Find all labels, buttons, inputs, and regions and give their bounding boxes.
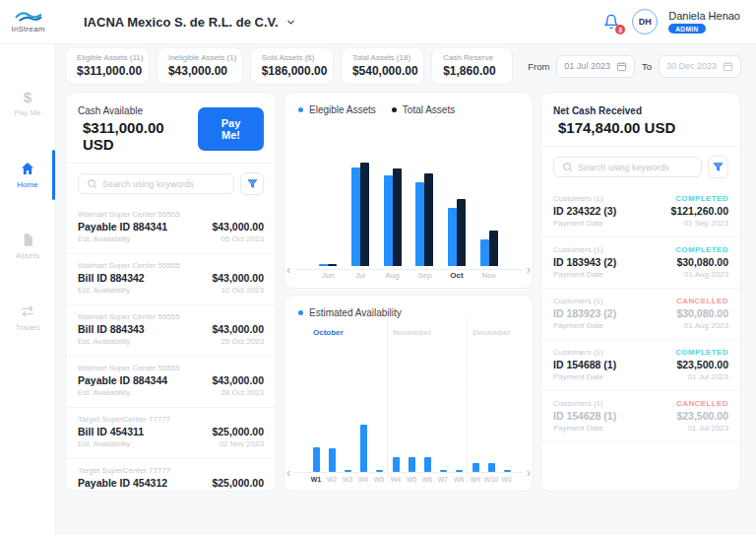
- receipt-list-item[interactable]: Customers (1)CANCELLEDID 183923 (2)$30,0…: [541, 289, 740, 340]
- receipt-main-row: ID 183923 (2)$30,080.00: [553, 307, 728, 319]
- stat-card-cash-reserve[interactable]: Cash Reserve $1,860.00: [431, 47, 513, 85]
- elegible-assets-bar[interactable]: [415, 182, 424, 266]
- payable-list-item[interactable]: Walmart Super Center 55555Payable ID 884…: [66, 203, 276, 254]
- receipt-list-item[interactable]: Customers (1)COMPLETEDID 183943 (2)$30,0…: [541, 237, 740, 289]
- week-bar-column: W9: [468, 463, 483, 483]
- availability-bar[interactable]: [424, 457, 431, 472]
- net-cash-value: $174,840.00 USD: [553, 119, 675, 136]
- sidebar-item-home[interactable]: Home: [0, 156, 55, 194]
- payment-date-label: Payment Date: [553, 321, 603, 330]
- elegible-assets-bar[interactable]: [448, 208, 457, 266]
- payable-id: Bill ID 884342: [78, 272, 145, 284]
- payables-search[interactable]: [78, 173, 234, 194]
- receipts-search-input[interactable]: [578, 163, 693, 172]
- document-icon: [21, 233, 35, 247]
- payable-id: Payable ID 884344: [78, 374, 167, 386]
- elegible-assets-bar[interactable]: [319, 264, 328, 266]
- filter-icon: [712, 161, 724, 173]
- payables-filter-button[interactable]: [240, 172, 264, 195]
- payables-search-input[interactable]: [102, 179, 225, 189]
- payable-main-row: Payable ID 884344$43,000.00: [78, 374, 264, 386]
- chart-next-button[interactable]: ›: [527, 466, 531, 479]
- payable-amount: $25,000.00: [212, 426, 264, 437]
- legend-total-assets[interactable]: Total Assets: [392, 104, 455, 115]
- availability-bar[interactable]: [313, 447, 320, 472]
- payment-date-label: Payment Date: [553, 424, 603, 433]
- elegible-assets-bar[interactable]: [384, 175, 393, 266]
- legend-estimated-availability[interactable]: Estimated Availability: [298, 307, 402, 318]
- sidebar-item-trades[interactable]: Trades: [0, 299, 55, 337]
- from-date-input[interactable]: 01 Jul 2023: [556, 55, 635, 78]
- total-assets-bar[interactable]: [424, 173, 433, 266]
- availability-week-bars: W9W10W1: [468, 434, 515, 483]
- company-selector[interactable]: IACNA Mexico S. de R.L. de C.V.: [84, 15, 296, 30]
- role-badge: ADMIN: [668, 24, 705, 33]
- week-tick-label: W1: [502, 476, 513, 483]
- chart-next-button[interactable]: ›: [527, 263, 531, 276]
- week-tick-label: W6: [422, 476, 433, 483]
- availability-bar[interactable]: [488, 463, 495, 472]
- elegible-assets-bar[interactable]: [351, 167, 360, 266]
- payable-list-item[interactable]: Walmart Super Center 55555Payable ID 884…: [66, 357, 276, 408]
- user-info[interactable]: Daniela Henao ADMIN: [668, 10, 740, 33]
- month-tick-label: Jun: [322, 271, 335, 280]
- receipt-list-item[interactable]: Customers (1)CANCELLEDID 154628 (1)$23,5…: [541, 391, 740, 442]
- receipt-id: ID 183923 (2): [553, 307, 616, 319]
- to-date-input[interactable]: 30 Dec 2023: [659, 55, 741, 78]
- stat-card-eligible-assets[interactable]: Eligible Assets (11) $311,000.00: [65, 47, 150, 85]
- receipt-top-row: Customers (1)COMPLETED: [553, 245, 728, 254]
- availability-chart-legend: Estimated Availability: [296, 305, 521, 318]
- bar-pair: [480, 156, 498, 266]
- availability-bar[interactable]: [393, 457, 400, 472]
- legend-elegible-assets[interactable]: Elegible Assets: [298, 104, 376, 115]
- receipt-list-item[interactable]: Customers (1)COMPLETEDID 154688 (1)$23,5…: [541, 340, 740, 391]
- avatar[interactable]: DH: [632, 9, 658, 34]
- est-availability-date: 28 Oct 2023: [220, 388, 264, 397]
- payable-list-item[interactable]: Target SuperCenter 77777Bill ID 454311$2…: [66, 408, 276, 459]
- stat-card-total-assets[interactable]: Total Assets (18) $540,000.00: [341, 47, 424, 85]
- total-assets-bar[interactable]: [489, 231, 498, 266]
- total-assets-bar[interactable]: [328, 264, 337, 266]
- total-assets-bar[interactable]: [360, 163, 369, 266]
- chart-prev-button[interactable]: ‹: [286, 466, 290, 479]
- stat-label: Sold Assets (6): [262, 53, 322, 62]
- payment-date-value: 01 Jul 2023: [688, 372, 728, 381]
- stat-card-ineligible-assets[interactable]: Ineligible Assets (1) $43,000.00: [157, 47, 243, 85]
- sidebar-item-label: Pay Me: [14, 108, 40, 117]
- stat-value: $43,000.00: [168, 64, 231, 78]
- from-date-value: 01 Jul 2023: [564, 61, 610, 71]
- payable-list-item[interactable]: Walmart Super Center 55555Bill ID 884343…: [66, 305, 276, 357]
- availability-bar[interactable]: [409, 457, 415, 472]
- receipt-main-row: ID 154628 (1)$23,500.00: [553, 410, 728, 422]
- customers-label: Customers (1): [553, 297, 603, 305]
- availability-bar[interactable]: [329, 448, 336, 472]
- sidebar-item-pay-me[interactable]: $ Pay Me: [0, 86, 55, 122]
- availability-bar[interactable]: [472, 463, 479, 472]
- month-bar-group: Oct: [441, 156, 473, 280]
- pay-me-button[interactable]: Pay Me!: [198, 107, 264, 151]
- elegible-assets-bar[interactable]: [480, 239, 489, 266]
- week-tick-label: W8: [454, 476, 465, 483]
- availability-bar[interactable]: [360, 425, 367, 472]
- customers-label: Customers (1): [553, 194, 603, 203]
- stat-card-sold-assets[interactable]: Sold Assets (6) $186,000.00: [250, 47, 334, 85]
- status-badge: COMPLETED: [675, 194, 728, 203]
- sidebar-item-assets[interactable]: Assets: [0, 228, 55, 265]
- cash-available-label: Cash Available: [78, 105, 198, 116]
- receipts-search[interactable]: [553, 157, 702, 177]
- notifications-button[interactable]: 8: [601, 12, 621, 32]
- company-name: IACNA Mexico S. de R.L. de C.V.: [84, 15, 279, 30]
- est-availability-label: Est. Availability: [78, 286, 130, 295]
- chart-prev-button[interactable]: ‹: [286, 263, 290, 276]
- total-assets-bar[interactable]: [393, 168, 402, 266]
- vendor-name: Target SuperCenter 77777: [78, 466, 264, 475]
- payable-list-item[interactable]: Walmart Super Center 55555Bill ID 884342…: [66, 254, 276, 305]
- payable-list-item[interactable]: Target SuperCenter 77777Payable ID 45431…: [66, 459, 276, 491]
- top-header: InStream IACNA Mexico S. de R.L. de C.V.…: [0, 0, 756, 44]
- status-badge: COMPLETED: [675, 348, 728, 357]
- search-icon: [87, 178, 97, 189]
- receipts-filter-button[interactable]: [708, 156, 728, 178]
- total-assets-bar[interactable]: [457, 199, 466, 266]
- receipt-list-item[interactable]: Customers (1)COMPLETEDID 234322 (3)$121,…: [541, 186, 740, 237]
- est-availability-date: 25 Oct 2023: [220, 337, 264, 346]
